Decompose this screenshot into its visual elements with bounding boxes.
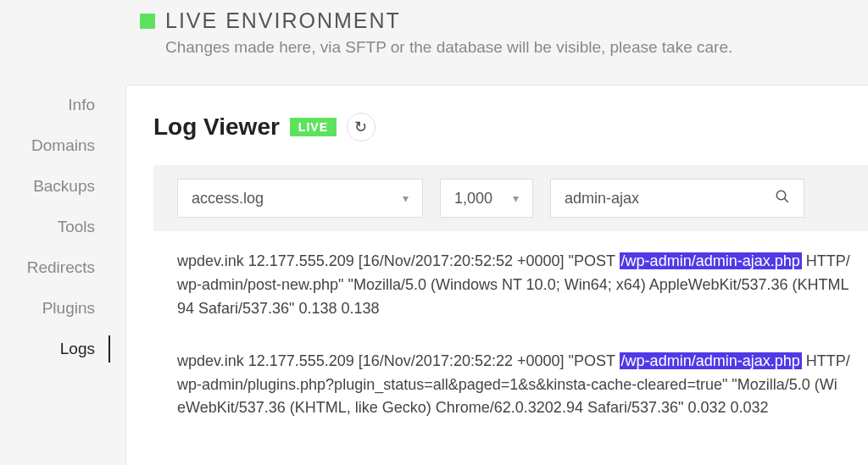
environment-title: LIVE ENVIRONMENT bbox=[165, 8, 401, 33]
refresh-button[interactable]: ↻ bbox=[347, 113, 376, 141]
filter-bar: access.log ▾ 1,000 ▾ bbox=[153, 165, 868, 231]
live-indicator-icon bbox=[140, 14, 155, 29]
live-badge: LIVE bbox=[290, 118, 337, 136]
sidebar-item-tools[interactable]: Tools bbox=[0, 207, 95, 247]
sidebar: Info Domains Backups Tools Redirects Plu… bbox=[0, 85, 110, 369]
environment-subtitle: Changes made here, via SFTP or the datab… bbox=[165, 38, 868, 57]
chevron-down-icon: ▾ bbox=[513, 191, 519, 205]
log-highlight: /wp-admin/admin-ajax.php bbox=[620, 252, 802, 269]
log-highlight: /wp-admin/admin-ajax.php bbox=[620, 352, 802, 369]
svg-point-0 bbox=[776, 191, 786, 200]
search-input[interactable] bbox=[565, 190, 775, 208]
sidebar-item-backups[interactable]: Backups bbox=[0, 166, 95, 207]
refresh-icon: ↻ bbox=[354, 118, 367, 136]
environment-header: LIVE ENVIRONMENT Changes made here, via … bbox=[140, 8, 868, 57]
log-file-select[interactable]: access.log ▾ bbox=[177, 179, 423, 218]
line-count-select[interactable]: 1,000 ▾ bbox=[440, 179, 533, 218]
log-entries: wpdev.ink 12.177.555.209 [16/Nov/2017:20… bbox=[153, 231, 868, 420]
sidebar-item-redirects[interactable]: Redirects bbox=[0, 247, 95, 288]
sidebar-item-plugins[interactable]: Plugins bbox=[0, 288, 95, 329]
log-file-value: access.log bbox=[192, 190, 264, 208]
svg-line-1 bbox=[784, 198, 788, 202]
page-title: Log Viewer bbox=[153, 113, 280, 141]
sidebar-item-domains[interactable]: Domains bbox=[0, 125, 95, 166]
line-count-value: 1,000 bbox=[454, 190, 492, 208]
log-entry: wpdev.ink 12.177.555.209 [16/Nov/2017:20… bbox=[177, 250, 861, 321]
search-box[interactable] bbox=[550, 179, 804, 218]
sidebar-item-logs[interactable]: Logs bbox=[0, 329, 95, 369]
chevron-down-icon: ▾ bbox=[403, 191, 409, 205]
sidebar-item-info[interactable]: Info bbox=[0, 85, 95, 125]
log-text-pre: wpdev.ink 12.177.555.209 [16/Nov/2017:20… bbox=[177, 252, 620, 269]
search-icon bbox=[775, 189, 790, 208]
log-entry: wpdev.ink 12.177.555.209 [16/Nov/2017:20… bbox=[177, 350, 861, 421]
main-panel: Log Viewer LIVE ↻ access.log ▾ 1,000 ▾ w… bbox=[125, 85, 868, 465]
log-text-pre: wpdev.ink 12.177.555.209 [16/Nov/2017:20… bbox=[177, 352, 620, 369]
